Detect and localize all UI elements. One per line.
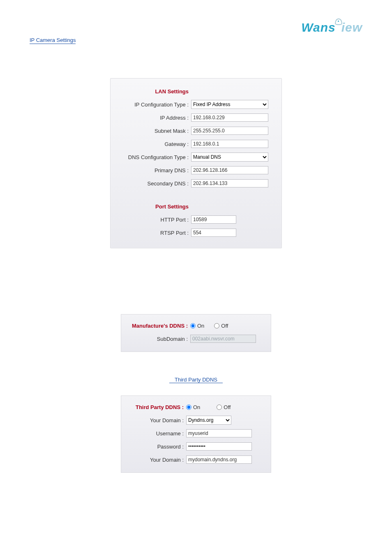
manufacture-ddns-off-radio[interactable] (214, 323, 219, 328)
ip-config-type-select[interactable]: Fixed IP Address (191, 100, 268, 109)
third-party-ddns-panel: Third Party DDNS : On Off Your Domain : (121, 395, 271, 473)
primary-dns-input[interactable] (191, 166, 268, 174)
third-party-ddns-on-label: On (193, 404, 200, 410)
third-party-ddns-title: Third Party DDNS : (126, 404, 186, 410)
third-party-ddns-on-radio[interactable] (186, 405, 191, 410)
dns-config-type-label: DNS Configuration Type : (115, 154, 191, 160)
domain-provider-label: Your Domain : (126, 417, 186, 423)
ip-address-label: IP Address : (115, 115, 191, 121)
subnet-mask-label: Subnet Mask : (115, 128, 191, 134)
domain-provider-select[interactable]: Dyndns.org (186, 416, 231, 425)
ip-config-type-label: IP Configuration Type : (115, 102, 191, 108)
your-domain-label: Your Domain : (126, 457, 186, 463)
your-domain-input[interactable] (186, 456, 252, 464)
primary-dns-label: Primary DNS : (115, 167, 191, 173)
brand-suffix: iew (341, 21, 362, 34)
third-party-ddns-radio-group: On Off (186, 404, 266, 410)
secondary-dns-input[interactable] (191, 179, 268, 187)
third-party-ddns-off-label: Off (224, 404, 231, 410)
brand-prefix: Wans (301, 21, 335, 34)
http-port-label: HTTP Port : (115, 217, 191, 223)
http-port-input[interactable] (191, 215, 236, 224)
subdomain-input (190, 335, 256, 343)
port-settings-title: Port Settings (115, 204, 191, 210)
gateway-input[interactable] (191, 140, 268, 148)
brand-logo: Wansiew (301, 21, 362, 35)
eye-icon (335, 18, 342, 25)
secondary-dns-label: Secondary DNS : (115, 180, 191, 187)
manufacture-ddns-title: Manufacture's DDNS : (126, 323, 190, 329)
rtsp-port-label: RTSP Port : (115, 230, 191, 236)
password-input[interactable] (186, 442, 252, 451)
ip-address-input[interactable] (191, 113, 268, 122)
password-label: Password : (126, 444, 186, 450)
subnet-mask-input[interactable] (191, 127, 268, 135)
manufacture-ddns-on-label: On (197, 323, 204, 329)
subdomain-label: SubDomain : (126, 336, 190, 342)
third-party-ddns-link[interactable]: Third Party DDNS (169, 377, 223, 383)
lan-port-panel: LAN Settings IP Configuration Type : Fix… (110, 78, 282, 248)
manufacture-ddns-off-label: Off (221, 323, 228, 329)
lan-settings-title: LAN Settings (115, 88, 191, 95)
top-link[interactable]: IP Camera Settings (30, 37, 76, 44)
manufacture-ddns-panel: Manufacture's DDNS : On Off SubDomain : (121, 314, 271, 352)
username-input[interactable] (186, 429, 252, 437)
gateway-label: Gateway : (115, 141, 191, 147)
manufacture-ddns-radio-group: On Off (190, 323, 266, 329)
manufacture-ddns-on-radio[interactable] (190, 323, 196, 328)
username-label: Username : (126, 430, 186, 437)
dns-config-type-select[interactable]: Manual DNS (191, 153, 268, 162)
rtsp-port-input[interactable] (191, 229, 236, 237)
third-party-ddns-off-radio[interactable] (217, 405, 222, 410)
